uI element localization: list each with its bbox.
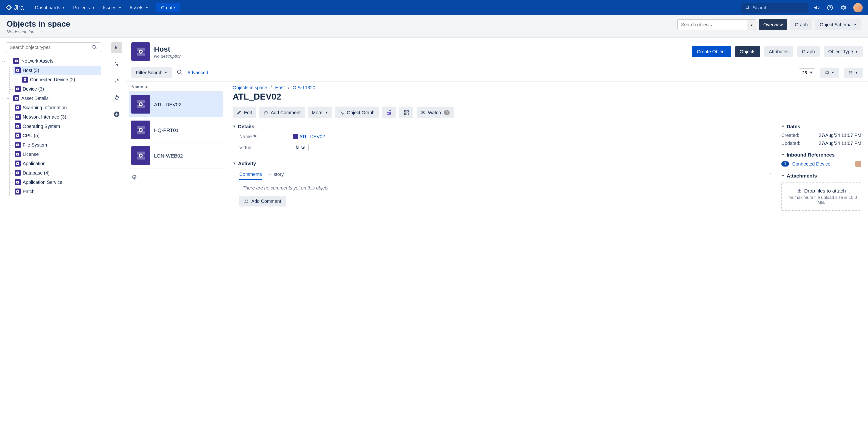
svg-point-33 <box>140 50 142 53</box>
print-button[interactable]: 🖨 <box>382 107 396 118</box>
list-item-name: ATL_DEV02 <box>154 102 181 107</box>
object-list: Name ▲ ATL_DEV02 HQ-PRT01 LON-WEB02 <box>126 81 226 441</box>
sort-icon[interactable]: ↓ <box>769 170 771 180</box>
view-mode-button[interactable]: ▼ <box>844 68 863 78</box>
sidebar-search-input[interactable] <box>10 45 92 50</box>
dates-section: ▼Dates Created:27/Aug/24 11:07 PM Update… <box>781 124 861 146</box>
graph-button[interactable]: Graph <box>790 19 812 30</box>
tab-history[interactable]: History <box>269 170 284 180</box>
compress-icon[interactable] <box>111 76 122 86</box>
jira-logo-text: Jira <box>14 4 24 11</box>
breadcrumb-key[interactable]: OIS-11320 <box>293 85 315 90</box>
top-nav: Jira Dashboards▼ Projects▼ Issues▼ Asset… <box>0 0 868 15</box>
inbound-link[interactable]: Connected Device <box>792 161 830 167</box>
nav-items: Dashboards▼ Projects▼ Issues▼ Assets▼ Cr… <box>32 3 180 12</box>
tree-patch[interactable]: Patch <box>13 187 101 196</box>
content-header: Host No description Create Object Object… <box>126 38 868 65</box>
breadcrumb: Objects in space/ Host/ OIS-11320 <box>232 85 861 90</box>
created-value: 27/Aug/24 11:07 PM <box>819 133 861 138</box>
tree-network-assets[interactable]: −Network Assets <box>6 56 101 66</box>
tree-device[interactable]: Device (3) <box>13 84 101 94</box>
list-item[interactable]: ATL_DEV02 <box>129 92 223 117</box>
inbound-color-icon <box>855 161 861 167</box>
nav-issues[interactable]: Issues▼ <box>100 3 125 12</box>
jira-logo[interactable]: Jira <box>5 4 24 11</box>
list-item[interactable]: HQ-PRT01 <box>129 117 223 143</box>
inbound-section: ▼Inbound References 1 Connected Device <box>781 152 861 167</box>
tree-host[interactable]: Host (3) <box>13 66 101 75</box>
tab-objects[interactable]: Objects <box>735 46 760 57</box>
tree-asset-details[interactable]: −Asset Details <box>6 94 101 103</box>
more-button[interactable]: More▼ <box>308 107 332 118</box>
tree-application[interactable]: Application <box>13 159 101 168</box>
tree-os[interactable]: Operating System <box>13 122 101 131</box>
tree-database[interactable]: Database (4) <box>13 168 101 177</box>
tree-license[interactable]: License <box>13 149 101 159</box>
object-type-tree: −Network Assets Host (3) Connected Devic… <box>6 56 101 196</box>
search-icon <box>745 5 750 10</box>
list-column-name[interactable]: Name ▲ <box>129 81 223 92</box>
megaphone-icon[interactable] <box>813 4 820 11</box>
hierarchy-icon[interactable] <box>111 59 122 70</box>
object-schema-button[interactable]: Object Schema▼ <box>815 19 861 30</box>
svg-point-6 <box>25 79 26 80</box>
page-header: Objects in space No description ▼ Overvi… <box>0 15 868 38</box>
help-icon[interactable] <box>827 4 833 11</box>
tab-object-type[interactable]: Object Type▼ <box>824 46 863 57</box>
nav-dashboards[interactable]: Dashboards▼ <box>32 3 68 12</box>
settings-icon[interactable] <box>840 4 847 11</box>
filter-search-icon[interactable] <box>177 69 183 76</box>
qr-icon <box>403 110 409 115</box>
sidebar: −Network Assets Host (3) Connected Devic… <box>0 38 107 441</box>
svg-point-16 <box>17 126 18 127</box>
svg-point-24 <box>17 163 18 164</box>
search-objects-dropdown[interactable]: ▼ <box>747 19 756 30</box>
tree-connected-device[interactable]: Connected Device (2) <box>21 75 101 84</box>
nav-assets[interactable]: Assets▼ <box>126 3 152 12</box>
tab-attributes[interactable]: Attributes <box>764 46 793 57</box>
nav-projects[interactable]: Projects▼ <box>70 3 98 12</box>
attachment-dropzone[interactable]: Drop files to attach The maximum file up… <box>781 182 861 211</box>
filter-bar: Filter Search▼ Advanced 25 ▼ ▼ <box>126 65 868 81</box>
svg-point-22 <box>17 154 18 155</box>
page-size-select[interactable]: 25 <box>799 68 815 77</box>
breadcrumb-type[interactable]: Host <box>275 85 285 90</box>
filter-search-button[interactable]: Filter Search▼ <box>131 67 172 78</box>
search-objects-input[interactable] <box>677 19 747 30</box>
tree-scanning-info[interactable]: Scanning Information <box>13 103 101 112</box>
svg-point-26 <box>17 173 18 173</box>
list-item[interactable]: LON-WEB02 <box>129 143 223 169</box>
svg-point-37 <box>140 129 142 131</box>
tree-file-system[interactable]: File System <box>13 140 101 149</box>
tree-app-service[interactable]: Application Service <box>13 177 101 187</box>
add-comment-bottom-button[interactable]: Add Comment <box>239 196 286 206</box>
list-item-name: LON-WEB02 <box>154 153 183 159</box>
add-icon[interactable] <box>111 109 122 120</box>
tree-cpu[interactable]: CPU (5) <box>13 131 101 140</box>
inbound-count: 1 <box>781 161 789 167</box>
collapse-sidebar-icon[interactable] <box>111 42 122 53</box>
object-graph-button[interactable]: Object Graph <box>335 107 378 118</box>
add-comment-button[interactable]: Add Comment <box>259 107 304 118</box>
watch-button[interactable]: Watch0 <box>417 107 454 118</box>
sidebar-search[interactable] <box>6 42 101 52</box>
global-search-input[interactable] <box>753 5 804 10</box>
tab-comments[interactable]: Comments <box>239 170 262 180</box>
sync-icon[interactable] <box>111 92 122 103</box>
page-title: Objects in space <box>7 19 672 29</box>
name-value[interactable]: ATL_DEV02 <box>293 134 325 139</box>
qr-button[interactable] <box>399 107 413 118</box>
global-search[interactable] <box>741 3 808 13</box>
refresh-icon[interactable] <box>129 169 223 186</box>
tab-graph[interactable]: Graph <box>797 46 820 57</box>
edit-button[interactable]: Edit <box>232 107 256 118</box>
tree-network-interface[interactable]: Network Interface (3) <box>13 112 101 122</box>
user-avatar[interactable] <box>853 3 863 12</box>
advanced-link[interactable]: Advanced <box>187 70 208 75</box>
overview-button[interactable]: Overview <box>759 19 787 30</box>
gear-button[interactable]: ▼ <box>820 68 839 78</box>
create-button[interactable]: Create <box>156 3 180 12</box>
breadcrumb-schema[interactable]: Objects in space <box>232 85 267 90</box>
svg-point-20 <box>17 144 18 145</box>
create-object-button[interactable]: Create Object <box>692 46 731 57</box>
